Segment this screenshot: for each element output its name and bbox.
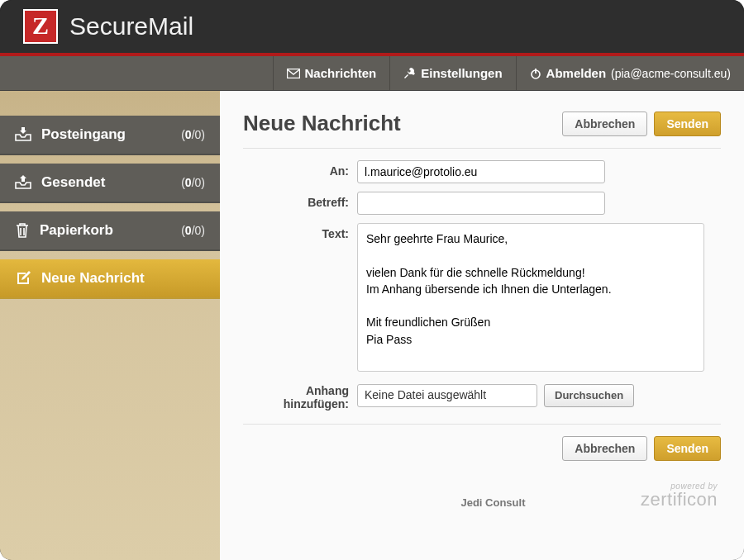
powered-by-brand: zertificon [641, 491, 718, 509]
row-to: An: [243, 160, 721, 183]
sidebar-trash-count: (0/0) [181, 224, 205, 237]
body-label: Text: [243, 223, 357, 372]
sidebar-compose-label: Neue Nachricht [41, 270, 205, 287]
sidebar-inbox-label: Posteingang [41, 126, 171, 143]
send-button-bottom[interactable]: Senden [654, 436, 721, 461]
browse-button[interactable]: Durchsuchen [544, 384, 634, 407]
powered-by: powered by zertificon [641, 482, 718, 509]
to-input[interactable] [357, 160, 605, 183]
header-buttons: Abbrechen Senden [562, 112, 721, 136]
main-content: Neue Nachricht Abbrechen Senden An: Betr… [220, 91, 744, 560]
nav-logout-label: Abmelden [546, 66, 607, 80]
subject-input[interactable] [357, 192, 605, 215]
subject-label: Betreff: [243, 192, 357, 215]
nav-user-email: (pia@acme-consult.eu) [611, 67, 731, 80]
nav-logout[interactable]: Abmelden (pia@acme-consult.eu) [516, 56, 744, 90]
footer: Jedi Consult powered by zertificon [243, 482, 721, 512]
sidebar-sent-count: (0/0) [181, 176, 205, 189]
sidebar: Posteingang (0/0) Gesendet (0/0) Papierk… [0, 91, 220, 560]
nav-messages[interactable]: Nachrichten [273, 56, 390, 90]
sidebar-item-sent[interactable]: Gesendet (0/0) [0, 164, 220, 203]
attach-label: Anhang hinzufügen: [243, 380, 357, 411]
app-window: SecureMail Nachrichten Einstellungen Abm… [0, 0, 744, 560]
nav-settings-label: Einstellungen [421, 66, 502, 80]
sidebar-trash-label: Papierkorb [40, 222, 171, 239]
footer-buttons: Abbrechen Senden [243, 436, 721, 461]
sidebar-item-trash[interactable]: Papierkorb (0/0) [0, 211, 220, 251]
sent-icon [15, 175, 31, 190]
send-button-top[interactable]: Senden [654, 112, 721, 136]
cancel-button-top[interactable]: Abbrechen [562, 112, 647, 136]
attach-file-display: Keine Datei ausgewählt [357, 384, 537, 407]
cancel-button-bottom[interactable]: Abbrechen [562, 436, 647, 461]
page-header: Neue Nachricht Abbrechen Senden [243, 111, 721, 149]
sidebar-inbox-count: (0/0) [181, 128, 205, 141]
wrench-icon [403, 67, 416, 79]
compose-icon [15, 270, 31, 287]
power-icon [530, 68, 541, 79]
to-label: An: [243, 160, 357, 183]
sidebar-sent-label: Gesendet [41, 174, 171, 191]
divider [243, 424, 721, 425]
envelope-icon [287, 69, 300, 78]
nav-messages-label: Nachrichten [305, 66, 377, 80]
nav-settings[interactable]: Einstellungen [389, 56, 515, 90]
top-nav: Nachrichten Einstellungen Abmelden (pia@… [0, 56, 744, 91]
body-textarea[interactable] [357, 223, 704, 372]
row-body: Text: [243, 223, 721, 372]
trash-icon [15, 222, 30, 239]
page-title: Neue Nachricht [243, 111, 401, 136]
footer-company: Jedi Consult [346, 496, 641, 509]
body: Posteingang (0/0) Gesendet (0/0) Papierk… [0, 91, 744, 560]
inbox-icon [15, 127, 31, 142]
sidebar-item-compose[interactable]: Neue Nachricht [0, 259, 220, 299]
sidebar-item-inbox[interactable]: Posteingang (0/0) [0, 116, 220, 155]
app-title: SecureMail [69, 12, 193, 40]
row-subject: Betreff: [243, 192, 721, 215]
titlebar: SecureMail [0, 0, 744, 56]
row-attachment: Anhang hinzufügen: Keine Datei ausgewähl… [243, 380, 721, 411]
app-logo-icon [23, 9, 58, 44]
